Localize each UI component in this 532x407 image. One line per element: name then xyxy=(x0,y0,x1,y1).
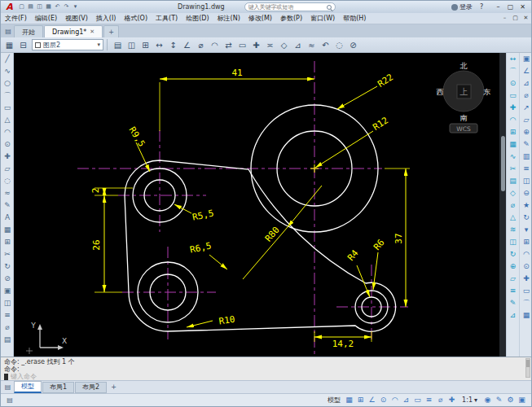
draw-tool-icon[interactable]: ≡ xyxy=(1,309,14,322)
modify-tool-icon[interactable]: ⌀ xyxy=(507,199,519,212)
draw-tool-icon[interactable]: ⊞ xyxy=(1,236,14,248)
draw-tool-icon[interactable]: ▣ xyxy=(1,285,14,297)
draw-tool-icon[interactable]: ↻ xyxy=(1,260,14,273)
annotate-tool-icon[interactable]: ∠ xyxy=(520,65,532,77)
menu-item[interactable]: 格式(O) xyxy=(120,13,152,24)
status-toggle-icon[interactable]: ▭ xyxy=(412,394,423,406)
doc-close-button[interactable]: ✕ xyxy=(521,13,531,24)
close-tab-icon[interactable]: ✕ xyxy=(90,26,95,38)
modify-tool-icon[interactable]: ⊞ xyxy=(507,126,519,138)
draw-tool-icon[interactable]: ⊘ xyxy=(1,273,14,285)
draw-tool-icon[interactable]: ◠ xyxy=(1,126,14,138)
tab-layout1[interactable]: 布局1 xyxy=(42,382,74,393)
annotate-tool-icon[interactable]: ⊕ xyxy=(520,126,532,138)
search-box[interactable] xyxy=(244,2,336,11)
modify-tool-icon[interactable]: ▱ xyxy=(507,273,519,285)
modify-tool-icon[interactable]: ⊕ xyxy=(507,260,519,273)
doc-restore-button[interactable]: ▢ xyxy=(510,13,521,24)
menu-item[interactable]: 帮助(H) xyxy=(339,13,370,24)
view-compass[interactable]: 上 北 南 西 东 WCS xyxy=(437,62,491,133)
file-tabs-menu-icon[interactable]: ▤ xyxy=(2,25,14,37)
draw-tool-icon[interactable]: ✚ xyxy=(1,151,14,163)
toolbar-icon[interactable]: ≍ xyxy=(263,38,277,52)
toolbar-icon[interactable]: ⇄ xyxy=(222,38,235,52)
modify-tool-icon[interactable]: ◇ xyxy=(507,187,519,199)
layer-tool-icon[interactable]: ▦ xyxy=(2,38,16,52)
annotate-tool-icon[interactable]: ✎ xyxy=(520,138,532,151)
annotation-scale-button[interactable]: 1:1 ▾ xyxy=(460,396,479,404)
toolbar-icon[interactable]: ◌ xyxy=(332,38,346,52)
annotate-tool-icon[interactable]: ◠ xyxy=(520,248,532,260)
annotate-tool-icon[interactable]: ▣ xyxy=(520,53,532,65)
menu-item[interactable]: 绘图(D) xyxy=(182,13,213,24)
command-scrollbar[interactable] xyxy=(525,358,530,378)
annotate-tool-icon[interactable]: ⊙ xyxy=(520,260,532,273)
draw-tool-icon[interactable]: ▱ xyxy=(1,163,14,175)
menu-item[interactable]: 窗口(W) xyxy=(306,13,339,24)
modify-tool-icon[interactable]: ≋ xyxy=(507,224,519,236)
draw-tool-icon[interactable]: ⊙ xyxy=(1,138,14,151)
status-toggle-icon[interactable]: ◠ xyxy=(389,394,400,406)
menu-item[interactable]: 参数(P) xyxy=(276,13,306,24)
modify-tool-icon[interactable]: ↔ xyxy=(507,53,519,65)
model-space-label[interactable]: 模型 xyxy=(328,396,341,405)
modify-tool-icon[interactable]: ∿ xyxy=(507,151,519,163)
modify-tool-icon[interactable]: ◠ xyxy=(507,114,519,126)
draw-tool-icon[interactable]: ✂ xyxy=(1,248,14,260)
tab-start[interactable]: 开始 xyxy=(14,25,43,37)
quick-access-icon[interactable]: ▦ xyxy=(44,1,53,13)
menu-item[interactable]: 视图(V) xyxy=(61,13,92,24)
annotate-tool-icon[interactable]: ⊿ xyxy=(520,77,532,90)
layer-dropdown[interactable]: 图层2 ▾ xyxy=(32,39,103,50)
menu-item[interactable]: 插入(I) xyxy=(92,13,121,24)
status-icon[interactable]: ✎ xyxy=(494,394,504,406)
annotate-tool-icon[interactable]: ★ xyxy=(520,199,532,212)
help-button[interactable]: ? xyxy=(477,3,486,11)
draw-tool-icon[interactable]: ⌀ xyxy=(1,322,14,334)
maximize-button[interactable]: ▢ xyxy=(504,1,517,13)
draw-tool-icon[interactable]: ◌ xyxy=(1,175,14,187)
quick-access-icon[interactable]: ▤ xyxy=(26,1,35,13)
quick-access-icon[interactable]: ◫ xyxy=(35,1,44,13)
tab-layout2[interactable]: 布局2 xyxy=(75,382,107,393)
modify-tool-icon[interactable]: ⌒ xyxy=(507,65,519,77)
modify-tool-icon[interactable]: ↻ xyxy=(507,248,519,260)
toolbar-icon[interactable]: ◇ xyxy=(277,38,291,52)
toolbar-icon[interactable]: ▤ xyxy=(111,38,125,52)
annotate-tool-icon[interactable]: ▱ xyxy=(520,114,532,126)
close-button[interactable]: ✕ xyxy=(517,1,529,13)
command-input[interactable]: 键入命令 xyxy=(4,373,523,380)
quick-access-icon[interactable]: ↶ xyxy=(53,1,62,13)
login-button[interactable]: 登录 xyxy=(448,2,476,11)
new-drawing-button[interactable]: + xyxy=(103,25,119,37)
modify-tool-icon[interactable]: ⊙ xyxy=(507,77,519,90)
quick-access-icon[interactable]: ↷ xyxy=(62,1,71,13)
modify-tool-icon[interactable]: ≡ xyxy=(507,285,519,297)
status-toggle-icon[interactable]: ▦ xyxy=(344,394,354,406)
status-icon[interactable]: ▣ xyxy=(517,394,527,406)
menu-item[interactable]: 修改(M) xyxy=(244,13,276,24)
command-window[interactable]: 命令: _.erase 找到 1 个 命令: 键入命令 xyxy=(1,357,531,380)
toolbar-icon[interactable]: ⊿ xyxy=(291,38,305,52)
search-icon[interactable] xyxy=(327,5,332,10)
annotate-tool-icon[interactable]: ⊞ xyxy=(520,236,532,248)
toolbar-icon[interactable]: ↶ xyxy=(319,38,332,52)
modify-tool-icon[interactable]: ▤ xyxy=(507,175,519,187)
annotate-tool-icon[interactable]: ✚ xyxy=(520,273,532,285)
status-toggle-icon[interactable]: ✚ xyxy=(446,394,457,406)
toolbar-icon[interactable]: ⌀ xyxy=(194,38,208,52)
status-toggle-icon[interactable]: ⊿ xyxy=(401,394,411,406)
toolbar-icon[interactable]: ⊘ xyxy=(346,38,360,52)
toolbar-icon[interactable]: ↕ xyxy=(166,38,180,52)
draw-tool-icon[interactable]: ▤ xyxy=(1,334,14,346)
toolbar-icon[interactable]: ≈ xyxy=(305,38,319,52)
panel-grip-handle[interactable] xyxy=(501,136,505,191)
annotate-tool-icon[interactable]: ↗ xyxy=(520,102,532,114)
modify-tool-icon[interactable]: ✂ xyxy=(507,163,519,175)
draw-tool-icon[interactable]: ○ xyxy=(1,77,14,90)
modify-tool-icon[interactable]: ✚ xyxy=(507,102,519,114)
annotate-tool-icon[interactable]: ▦ xyxy=(520,309,532,322)
drawing-canvas[interactable]: 41 14,2 37 26 2 R22 R12 R9,5 R5,5 R80 R6… xyxy=(14,53,499,357)
status-toggle-icon[interactable]: ∠ xyxy=(367,394,377,406)
search-input[interactable] xyxy=(248,4,327,11)
